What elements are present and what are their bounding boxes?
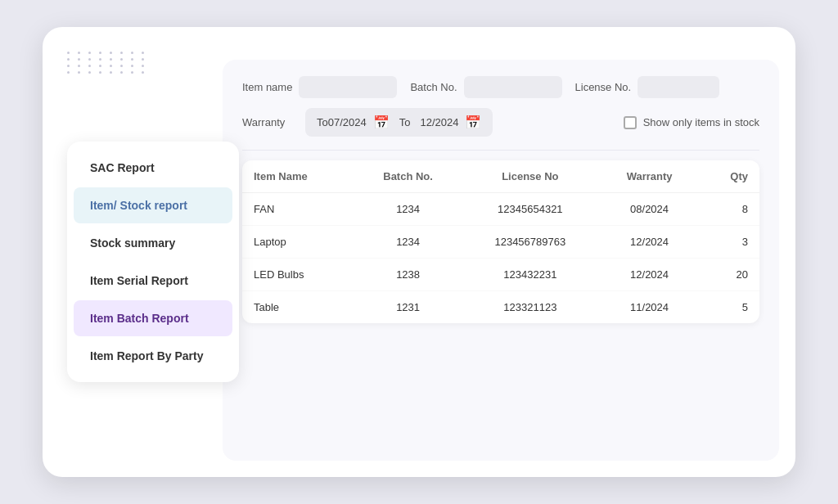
cell-batch-no: 1231 (355, 291, 462, 324)
table-row: FAN 1234 12345654321 08/2024 8 (242, 193, 759, 226)
warranty-row: Warranty To07/2024 📅 To 12/2024 📅 Show o… (242, 108, 759, 137)
cell-qty: 20 (700, 259, 759, 291)
cell-batch-no: 1234 (355, 193, 462, 226)
cell-license-no: 12345654321 (462, 193, 599, 226)
col-header-item-name: Item Name (242, 160, 355, 193)
sidebar-item-item-serial-report[interactable]: Item Serial Report (74, 263, 232, 299)
show-stock-label: Show only items in stock (643, 116, 759, 128)
main-content-area: Item name Batch No. License No. Warranty… (223, 60, 779, 461)
sidebar-item-item-report-by-party[interactable]: Item Report By Party (74, 338, 232, 374)
decoration-dots-top: for(let r=0;r<4;r++) for(let c=0;c<8;c++… (67, 52, 148, 74)
warranty-to-date: 12/2024 (420, 116, 458, 128)
sidebar-item-stock-summary[interactable]: Stock summary (74, 225, 232, 261)
batch-no-group: Batch No. (410, 76, 561, 98)
license-no-label: License No. (575, 81, 632, 93)
cell-qty: 8 (700, 193, 759, 226)
item-name-label: Item name (242, 81, 292, 93)
cell-warranty: 12/2024 (599, 226, 700, 259)
table-header-row: Item Name Batch No. License No Warranty … (242, 160, 759, 193)
batch-no-input[interactable] (464, 76, 562, 98)
cell-warranty: 12/2024 (599, 259, 700, 291)
show-stock-group: Show only items in stock (624, 116, 759, 129)
cell-license-no: 123321123 (462, 291, 599, 324)
calendar-to-icon[interactable]: 📅 (465, 115, 481, 130)
col-header-warranty: Warranty (599, 160, 700, 193)
cell-batch-no: 1238 (355, 259, 462, 291)
table-row: Laptop 1234 123456789763 12/2024 3 (242, 226, 759, 259)
cell-warranty: 08/2024 (599, 193, 700, 226)
license-no-group: License No. (575, 76, 720, 98)
cell-batch-no: 1234 (355, 226, 462, 259)
sidebar-item-item-stock-report[interactable]: Item/ Stock report (74, 187, 232, 223)
warranty-label: Warranty (242, 116, 295, 128)
cell-item-name: Laptop (242, 226, 355, 259)
cell-item-name: LED Bulbs (242, 259, 355, 291)
cell-item-name: Table (242, 291, 355, 324)
to-separator: To (396, 116, 414, 128)
calendar-from-icon[interactable]: 📅 (373, 115, 390, 130)
data-table: Item Name Batch No. License No Warranty … (242, 160, 759, 323)
filter-row-1: Item name Batch No. License No. (242, 76, 759, 98)
cell-license-no: 123432231 (462, 259, 599, 291)
show-stock-checkbox[interactable] (624, 116, 637, 129)
cell-qty: 5 (700, 291, 759, 324)
cell-warranty: 11/2024 (599, 291, 700, 324)
table-row: Table 1231 123321123 11/2024 5 (242, 291, 759, 324)
item-name-input[interactable] (299, 76, 397, 98)
sidebar: SAC Report Item/ Stock report Stock summ… (67, 142, 239, 382)
cell-license-no: 123456789763 (462, 226, 599, 259)
main-card: for(let r=0;r<4;r++) for(let c=0;c<8;c++… (43, 27, 795, 477)
batch-no-label: Batch No. (410, 81, 457, 93)
cell-qty: 3 (700, 226, 759, 259)
cell-item-name: FAN (242, 193, 355, 226)
sidebar-item-item-batch-report[interactable]: Item Batch Report (74, 300, 232, 336)
sidebar-item-sac-report[interactable]: SAC Report (74, 150, 232, 186)
divider (242, 150, 759, 151)
item-name-group: Item name (242, 76, 397, 98)
table-row: LED Bulbs 1238 123432231 12/2024 20 (242, 259, 759, 291)
date-range-box: To07/2024 📅 To 12/2024 📅 (305, 108, 493, 137)
col-header-batch-no: Batch No. (355, 160, 462, 193)
col-header-license-no: License No (462, 160, 599, 193)
warranty-from-date: To07/2024 (317, 116, 367, 128)
col-header-qty: Qty (700, 160, 759, 193)
license-no-input[interactable] (638, 76, 719, 98)
